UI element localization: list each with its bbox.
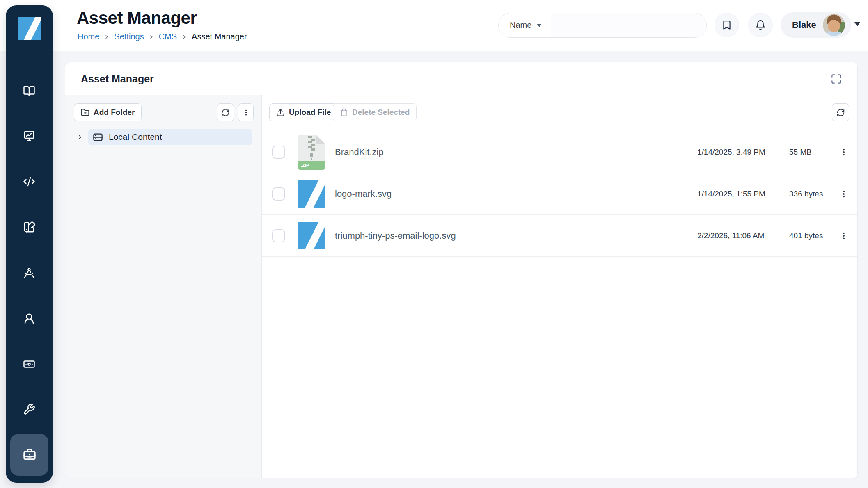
presentation-chart-icon [23, 130, 35, 142]
search-filter-label: Name [510, 21, 531, 30]
files-pane: Upload File Delete Selected [262, 95, 857, 478]
file-checkbox[interactable] [272, 146, 285, 159]
breadcrumb: Home Settings CMS Asset Manager [78, 32, 247, 41]
svg-logo-thumbnail [298, 222, 325, 249]
wrench-icon [23, 403, 35, 415]
user-name: Blake [792, 20, 816, 30]
kebab-menu-icon [839, 148, 848, 157]
file-size: 55 MB [789, 148, 812, 157]
chevron-right-icon [181, 34, 187, 40]
sidebar-item-briefcase[interactable] [10, 434, 48, 476]
file-checkbox[interactable] [272, 187, 285, 201]
bell-icon [755, 20, 766, 30]
sidebar-item-design[interactable] [18, 262, 41, 285]
file-menu-button[interactable] [836, 186, 852, 202]
tree-expand-chevron[interactable] [74, 131, 86, 143]
files-refresh-button[interactable] [832, 103, 849, 121]
page-title: Asset Manager [77, 8, 197, 28]
breadcrumb-home[interactable]: Home [78, 32, 99, 41]
file-name: triumph-tiny-ps-email-logo.svg [335, 230, 456, 241]
breadcrumb-settings[interactable]: Settings [114, 32, 144, 41]
file-modified: 2/2/2026, 11:06 AM [697, 231, 764, 240]
file-size: 401 bytes [789, 231, 823, 240]
caret-down-icon [537, 24, 542, 27]
file-menu-button[interactable] [836, 144, 852, 160]
file-name: BrandKit.zip [335, 147, 384, 157]
sidebar-item-library[interactable] [18, 80, 41, 103]
delete-selected-label: Delete Selected [352, 108, 410, 117]
sidebar-item-users[interactable] [18, 307, 41, 330]
swatch-book-icon [23, 221, 35, 233]
tree-item-local-content[interactable]: Local Content [88, 129, 252, 145]
user-menu-caret[interactable] [854, 22, 860, 26]
file-name: logo-mark.svg [335, 189, 392, 199]
briefcase-icon [23, 448, 36, 461]
tree-refresh-button[interactable] [217, 103, 234, 121]
asset-manager-page: Asset Manager Home Settings CMS Asset Ma… [0, 0, 868, 488]
file-modified: 1/14/2025, 3:49 PM [697, 148, 765, 157]
breadcrumb-current: Asset Manager [192, 32, 247, 41]
search-filter-dropdown[interactable]: Name [499, 13, 551, 37]
panel-title: Asset Manager [81, 62, 154, 95]
avatar [823, 14, 845, 36]
tree-item-label: Local Content [109, 132, 162, 142]
file-row[interactable]: triumph-tiny-ps-email-logo.svg 2/2/2026,… [262, 215, 857, 257]
file-modified: 1/14/2025, 1:55 PM [697, 189, 765, 198]
panel-header: Asset Manager [65, 62, 857, 96]
kebab-menu-icon [242, 109, 250, 116]
user-menu[interactable]: Blake [781, 12, 851, 38]
code-icon [23, 176, 35, 188]
file-menu-button[interactable] [836, 228, 852, 244]
sidebar-item-billing[interactable] [18, 353, 41, 376]
chevron-right-icon [104, 34, 110, 40]
fullscreen-button[interactable] [828, 71, 844, 87]
tree-options-button[interactable] [238, 103, 254, 121]
bookmark-icon [721, 20, 732, 30]
breadcrumb-cms[interactable]: CMS [159, 32, 177, 41]
refresh-icon [836, 108, 845, 117]
notifications-button[interactable] [748, 13, 773, 37]
maximize-icon [831, 73, 842, 84]
file-checkbox[interactable] [272, 229, 285, 242]
chevron-right-icon [77, 134, 83, 141]
zip-file-icon: .ZIP [298, 135, 325, 170]
app-logo [18, 17, 41, 40]
kebab-menu-icon [839, 189, 848, 198]
upload-file-button[interactable]: Upload File [269, 103, 338, 121]
search-bar: Name [498, 13, 707, 38]
drafting-compass-icon [23, 267, 35, 279]
refresh-icon [221, 108, 230, 117]
file-size: 336 bytes [789, 189, 823, 198]
delete-selected-button[interactable]: Delete Selected [333, 103, 417, 121]
chevron-right-icon [149, 34, 154, 40]
file-list: .ZIP BrandKit.zip 1/14/2025, 3:49 PM 55 … [262, 131, 857, 257]
zip-badge: .ZIP [301, 163, 309, 168]
banknote-icon [23, 358, 35, 370]
upload-file-label: Upload File [289, 108, 331, 117]
book-open-icon [23, 85, 35, 97]
sidebar [6, 5, 53, 483]
sidebar-item-analytics[interactable] [18, 125, 41, 148]
asset-manager-panel: Asset Manager Add Folder Local Conte [65, 62, 858, 478]
top-header: Asset Manager Home Settings CMS Asset Ma… [0, 0, 868, 51]
folder-tree-pane: Add Folder Local Content [65, 95, 262, 478]
search-input[interactable] [551, 13, 706, 37]
upload-icon [276, 108, 285, 117]
add-folder-button[interactable]: Add Folder [74, 103, 142, 121]
sidebar-item-tools[interactable] [18, 398, 41, 421]
server-icon [92, 132, 103, 143]
add-folder-label: Add Folder [94, 108, 135, 117]
file-row[interactable]: .ZIP BrandKit.zip 1/14/2025, 3:49 PM 55 … [262, 131, 857, 173]
file-row[interactable]: logo-mark.svg 1/14/2025, 1:55 PM 336 byt… [262, 173, 857, 215]
trash-icon [340, 108, 348, 116]
sidebar-item-code[interactable] [18, 170, 41, 193]
bookmarks-button[interactable] [715, 13, 739, 37]
user-icon [23, 312, 35, 325]
svg-logo-thumbnail [298, 180, 325, 208]
sidebar-item-swatches[interactable] [18, 216, 41, 239]
kebab-menu-icon [839, 231, 848, 240]
folder-plus-icon [81, 108, 89, 117]
